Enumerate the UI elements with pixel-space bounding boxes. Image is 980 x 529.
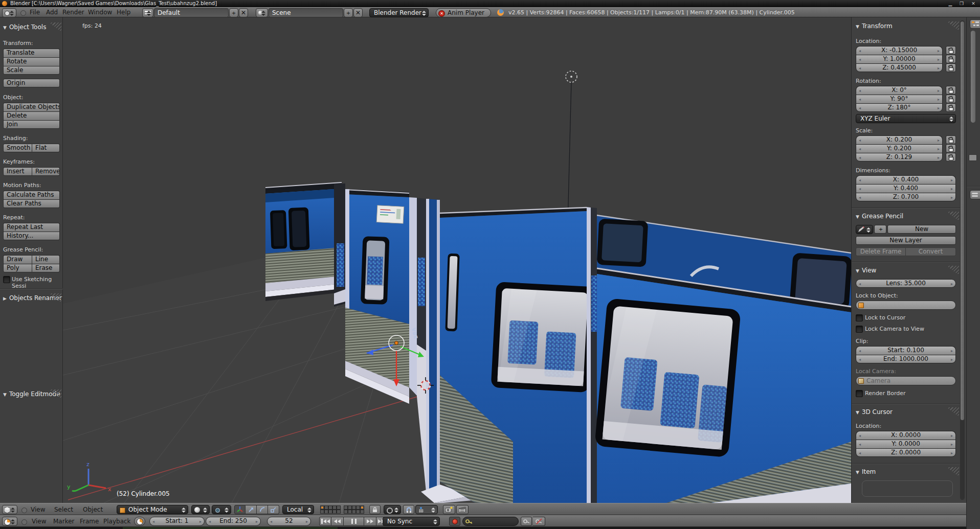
gp-new-layer-button[interactable]: New Layer [856, 236, 956, 245]
gp-poly-button[interactable]: Poly [3, 264, 32, 272]
dimension-x-field[interactable]: X: 0.400 [856, 175, 956, 184]
gp-line-button[interactable]: Line [32, 255, 60, 264]
shade-smooth-button[interactable]: Smooth [3, 144, 32, 152]
cursor-x-field[interactable]: X: 0.0000 [856, 431, 956, 440]
outliner-editor-icon[interactable] [970, 19, 980, 29]
lock-rotation-z-icon[interactable] [946, 103, 956, 112]
menu-view[interactable]: View [31, 506, 45, 513]
panel-drag-hatch-icon[interactable] [944, 212, 959, 220]
sync-dropdown[interactable]: No Sync [383, 517, 440, 526]
rotation-z-field[interactable]: Z: 180° [856, 103, 943, 112]
auto-keyframe-button[interactable] [449, 517, 460, 526]
lock-scale-y-icon[interactable] [946, 144, 956, 153]
lock-camera-checkbox[interactable] [856, 326, 863, 333]
lock-rotation-x-icon[interactable] [946, 86, 956, 95]
gp-delete-frame-button[interactable]: Delete Frame [856, 247, 906, 256]
menu-render[interactable]: Render [62, 9, 84, 16]
snap-toggle-button[interactable] [403, 505, 414, 514]
n-panel-scrollbar[interactable] [960, 20, 965, 500]
scale-z-field[interactable]: Z: 0.129 [856, 153, 943, 162]
panel-header-toggle-editmode[interactable]: ▼Toggle Editmode [3, 390, 60, 398]
panel-header-view[interactable]: ▼View [856, 267, 876, 274]
collapse-menus-icon[interactable] [21, 508, 27, 513]
preview-range-toggle-button[interactable] [134, 517, 145, 526]
use-sketching-checkbox[interactable] [3, 276, 10, 283]
pivot-point-dropdown[interactable] [212, 505, 231, 514]
panel-header-3d-cursor[interactable]: ▼3D Cursor [856, 408, 893, 416]
translate-button[interactable]: Translate [3, 49, 60, 57]
lock-location-y-icon[interactable] [946, 55, 956, 63]
editor-type-button[interactable] [2, 505, 17, 514]
frame-start-field[interactable]: Start: 1 [149, 517, 205, 526]
snap-element-dropdown[interactable] [415, 505, 438, 514]
scene-browse-button[interactable] [256, 8, 268, 17]
render-opengl-anim-button[interactable] [456, 505, 469, 514]
gp-draw-button[interactable]: Draw [3, 255, 32, 264]
screen-layout-field[interactable]: Default [154, 8, 229, 17]
editor-type-button[interactable] [2, 8, 16, 17]
gp-add-button[interactable]: ＋ [874, 225, 886, 234]
next-keyframe-button[interactable] [364, 517, 376, 526]
clear-paths-button[interactable]: Clear Paths [3, 199, 60, 208]
viewport-shading-dropdown[interactable] [191, 505, 210, 514]
clip-end-field[interactable]: End: 1000.000 [856, 355, 956, 363]
menu-marker[interactable]: Marker [53, 518, 74, 525]
menu-object[interactable]: Object [83, 506, 103, 513]
lock-location-z-icon[interactable] [946, 63, 956, 72]
delete-layout-button[interactable]: ✕ [239, 8, 248, 17]
calculate-paths-button[interactable]: Calculate Paths [3, 191, 60, 199]
rotate-manipulator-button[interactable] [257, 505, 268, 514]
add-scene-button[interactable]: ＋ [344, 8, 353, 17]
close-button[interactable]: ✕ [968, 0, 978, 7]
lens-field[interactable]: Lens: 35.000 [856, 279, 956, 288]
panel-drag-hatch-icon[interactable] [944, 266, 959, 274]
scale-manipulator-button[interactable] [268, 505, 279, 514]
panel-drag-hatch-icon[interactable] [944, 467, 959, 475]
collapse-menus-icon[interactable] [20, 10, 26, 16]
rotation-mode-dropdown[interactable]: XYZ Euler [856, 114, 956, 123]
menu-help[interactable]: Help [117, 9, 130, 16]
timeline-track-sliver[interactable] [0, 527, 966, 529]
outliner-scrollbar[interactable] [971, 31, 975, 123]
properties-editor-icon[interactable] [970, 190, 980, 199]
viewport-3d[interactable]: VBE z x y fps: 2 [63, 17, 851, 503]
current-frame-field[interactable]: 52 [267, 517, 311, 526]
lock-scale-x-icon[interactable] [946, 135, 956, 144]
lock-layers-button[interactable] [369, 505, 381, 514]
dimension-z-field[interactable]: Z: 0.700 [856, 193, 956, 201]
panel-header-object-tools[interactable]: ▼Object Tools [3, 24, 46, 31]
gp-draw-mode-dropdown[interactable] [856, 225, 873, 234]
mode-dropdown[interactable]: Object Mode [117, 505, 188, 514]
menu-frame[interactable]: Frame [80, 518, 99, 525]
render-engine-dropdown[interactable]: Blender Render [369, 8, 429, 17]
menu-playback[interactable]: Playback [103, 518, 131, 525]
add-layout-button[interactable]: ＋ [229, 8, 238, 17]
rotation-y-field[interactable]: Y: 90° [856, 95, 943, 103]
cursor-z-field[interactable]: Z: 0.0000 [856, 448, 956, 457]
lock-object-field[interactable] [856, 301, 956, 310]
scale-y-field[interactable]: Y: 0.200 [856, 144, 943, 153]
history-button[interactable]: History... [3, 232, 60, 240]
frame-end-field[interactable]: End: 250 [206, 517, 261, 526]
panel-drag-hatch-icon[interactable] [46, 22, 61, 31]
anim-player-button[interactable]: ✕ Anim Player [436, 8, 491, 17]
cursor-y-field[interactable]: Y: 0.0000 [856, 440, 956, 448]
layers-grid-2[interactable] [344, 505, 364, 514]
scale-x-field[interactable]: X: 0.200 [856, 135, 943, 144]
render-border-checkbox[interactable] [856, 390, 863, 397]
manipulator-enable-button[interactable] [234, 505, 246, 514]
scrollbar-thumb[interactable] [961, 21, 964, 420]
clip-start-field[interactable]: Start: 0.100 [856, 346, 956, 355]
panel-header-grease-pencil[interactable]: ▼Grease Pencil [856, 213, 903, 220]
layers-grid-1[interactable] [320, 505, 341, 514]
menu-view[interactable]: View [32, 518, 46, 525]
gp-new-button[interactable]: New [887, 225, 956, 234]
minimize-button[interactable]: ▁ [945, 0, 955, 7]
window-titlebar[interactable]: Blender [C:\Users\Wagner\Saved Games\Dow… [0, 0, 980, 7]
previous-keyframe-button[interactable] [331, 517, 344, 526]
origin-button[interactable]: Origin [3, 79, 60, 87]
menu-file[interactable]: File [30, 9, 40, 16]
translate-manipulator-button[interactable] [246, 505, 257, 514]
delete-button[interactable]: Delete [3, 111, 60, 120]
pause-button[interactable] [344, 517, 364, 526]
